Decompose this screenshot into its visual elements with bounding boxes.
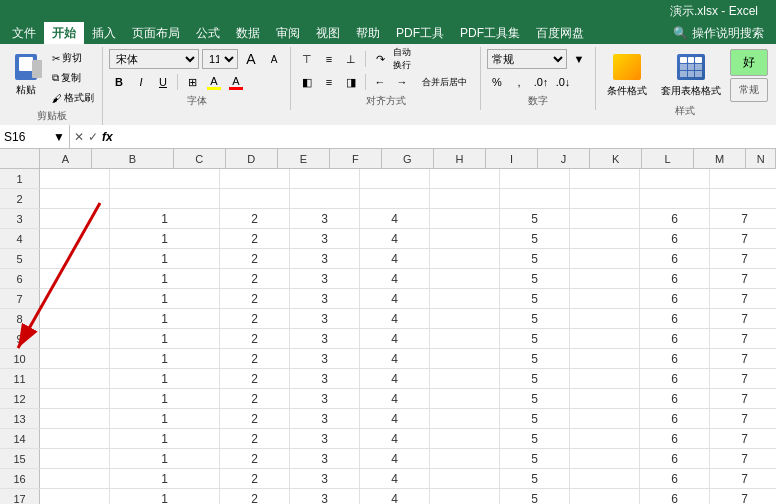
col-header-N[interactable]: N (746, 149, 776, 168)
cell[interactable]: 6 (640, 329, 710, 348)
cell[interactable]: 6 (640, 489, 710, 504)
indent-decrease-button[interactable]: ← (370, 72, 390, 92)
cell[interactable]: 4 (360, 229, 430, 248)
cell[interactable]: 2 (220, 409, 290, 428)
cell[interactable]: 5 (500, 409, 570, 428)
cell[interactable] (430, 409, 500, 428)
cell[interactable]: 6 (640, 269, 710, 288)
cell[interactable]: 2 (220, 229, 290, 248)
cell[interactable]: 6 (640, 349, 710, 368)
wrap-text-button[interactable]: 自动换行 (392, 49, 412, 69)
cell[interactable]: 6 (640, 449, 710, 468)
cell[interactable]: 1 (110, 489, 220, 504)
col-header-J[interactable]: J (538, 149, 590, 168)
cell[interactable] (570, 469, 640, 488)
cell[interactable] (500, 189, 570, 208)
cell[interactable] (640, 189, 710, 208)
cell[interactable]: 7 (710, 429, 776, 448)
cell[interactable] (360, 189, 430, 208)
cell[interactable] (40, 169, 110, 188)
cell[interactable]: 4 (360, 489, 430, 504)
cell[interactable] (430, 449, 500, 468)
cell[interactable]: 2 (220, 249, 290, 268)
cell[interactable]: 5 (500, 449, 570, 468)
cell[interactable]: 5 (500, 389, 570, 408)
menu-view[interactable]: 视图 (308, 22, 348, 44)
cell[interactable] (40, 289, 110, 308)
cell[interactable] (570, 289, 640, 308)
cell[interactable]: 7 (710, 289, 776, 308)
col-header-K[interactable]: K (590, 149, 642, 168)
cell[interactable]: 4 (360, 409, 430, 428)
cell[interactable]: 4 (360, 469, 430, 488)
cell[interactable] (40, 469, 110, 488)
cell[interactable]: 6 (640, 389, 710, 408)
cell[interactable] (220, 169, 290, 188)
cell[interactable]: 4 (360, 369, 430, 388)
border-button[interactable]: ⊞ (182, 72, 202, 92)
cell[interactable] (430, 349, 500, 368)
cell[interactable] (500, 169, 570, 188)
increase-decimal-button[interactable]: .0↑ (531, 72, 551, 92)
cell[interactable]: 5 (500, 269, 570, 288)
cell[interactable] (570, 389, 640, 408)
menu-formula[interactable]: 公式 (188, 22, 228, 44)
col-header-B[interactable]: B (92, 149, 174, 168)
col-header-D[interactable]: D (226, 149, 278, 168)
cell[interactable] (430, 269, 500, 288)
cell[interactable] (430, 489, 500, 504)
col-header-G[interactable]: G (382, 149, 434, 168)
cell[interactable]: 5 (500, 369, 570, 388)
confirm-icon[interactable]: ✓ (88, 130, 98, 144)
cell[interactable]: 1 (110, 309, 220, 328)
underline-button[interactable]: U (153, 72, 173, 92)
cell[interactable]: 3 (290, 389, 360, 408)
cell[interactable]: 1 (110, 369, 220, 388)
cell[interactable] (570, 269, 640, 288)
cell[interactable] (40, 329, 110, 348)
cell[interactable]: 1 (110, 229, 220, 248)
cell[interactable]: 3 (290, 289, 360, 308)
rotate-button[interactable]: ↷ (370, 49, 390, 69)
cell[interactable] (40, 189, 110, 208)
cell[interactable] (430, 309, 500, 328)
cell[interactable]: 3 (290, 449, 360, 468)
percent-button[interactable]: % (487, 72, 507, 92)
cell[interactable] (570, 229, 640, 248)
cell[interactable] (570, 309, 640, 328)
cell[interactable]: 2 (220, 209, 290, 228)
col-header-C[interactable]: C (174, 149, 226, 168)
cell[interactable] (430, 429, 500, 448)
cell[interactable]: 7 (710, 269, 776, 288)
cell[interactable]: 7 (710, 349, 776, 368)
cell[interactable] (570, 249, 640, 268)
cell[interactable]: 4 (360, 309, 430, 328)
decrease-font-button[interactable]: A (264, 49, 284, 69)
cell[interactable]: 7 (710, 209, 776, 228)
cell[interactable] (710, 189, 776, 208)
cell[interactable]: 2 (220, 329, 290, 348)
cell[interactable]: 4 (360, 349, 430, 368)
menu-review[interactable]: 审阅 (268, 22, 308, 44)
number-format-select[interactable]: 常规 (487, 49, 567, 69)
cell[interactable] (570, 429, 640, 448)
cell[interactable]: 1 (110, 329, 220, 348)
conditional-format-button[interactable]: 条件格式 (602, 51, 652, 101)
cell[interactable] (570, 169, 640, 188)
col-header-A[interactable]: A (40, 149, 92, 168)
col-header-H[interactable]: H (434, 149, 486, 168)
cell[interactable]: 5 (500, 469, 570, 488)
cell[interactable] (430, 169, 500, 188)
cell[interactable]: 1 (110, 389, 220, 408)
cell[interactable] (110, 189, 220, 208)
cell[interactable]: 1 (110, 349, 220, 368)
menu-file[interactable]: 文件 (4, 22, 44, 44)
cell[interactable] (40, 389, 110, 408)
cell[interactable] (360, 169, 430, 188)
normal-style-button[interactable]: 常规 (730, 78, 768, 102)
cell[interactable] (570, 329, 640, 348)
cell[interactable]: 7 (710, 469, 776, 488)
cell[interactable] (110, 169, 220, 188)
cell[interactable]: 5 (500, 329, 570, 348)
cell[interactable]: 4 (360, 329, 430, 348)
